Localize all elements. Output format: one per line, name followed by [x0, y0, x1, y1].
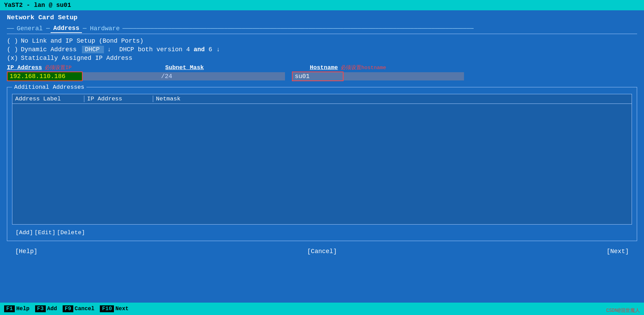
ip-red-label: 必须设置IP	[45, 64, 72, 71]
hostname-input[interactable]	[292, 72, 344, 81]
subnet-prefix: /24	[158, 72, 175, 80]
f1-label: Help	[16, 306, 29, 312]
hostname-full-input[interactable]	[344, 72, 464, 80]
dhcp-value: DHCP both version 4 and 6	[119, 46, 212, 53]
fkey-f10: F10 Next	[100, 305, 128, 312]
hostname-red-label: 必须设置hostname	[341, 64, 386, 71]
col-ip-address: IP Address	[84, 96, 153, 102]
edit-btn[interactable]: [Edit]	[34, 229, 56, 236]
subnet-mask-input[interactable]	[175, 72, 285, 80]
add-btn[interactable]: [Add]	[15, 229, 34, 236]
radio-static-state[interactable]: (x)	[7, 55, 18, 62]
tab-hardware[interactable]: Hardware	[87, 24, 122, 33]
radio-no-link-state[interactable]: ( )	[7, 37, 18, 44]
page-title: Network Card Setup	[7, 14, 637, 21]
delete-btn[interactable]: [Delete]	[56, 229, 86, 236]
table-actions: [Add] [Edit] [Delete]	[12, 228, 632, 237]
address-table-header: Address Label IP Address Netmask	[12, 94, 632, 104]
address-table-body	[12, 104, 632, 221]
help-button[interactable]: [Help]	[14, 247, 39, 256]
radio-static: (x) Statically Assigned IP Address	[7, 55, 637, 62]
col-netmask: Netmask	[153, 96, 222, 102]
ip-address-input[interactable]	[7, 72, 83, 81]
col-address-label: Address Label	[15, 96, 84, 102]
ip-labels-row: IP Address 必须设置IP Subnet Mask Hostname 必…	[7, 64, 637, 71]
radio-dynamic-state[interactable]: ( )	[7, 46, 18, 53]
next-button[interactable]: [Next]	[605, 247, 630, 256]
ip-label-col: IP Address 必须设置IP	[7, 64, 165, 71]
content-area: Network Card Setup ── General ─ Address …	[0, 10, 644, 315]
hostname-label: Hostname	[310, 64, 338, 71]
fkey-f3: F3 Add	[35, 305, 57, 312]
ip-section: IP Address 必须设置IP Subnet Mask Hostname 必…	[7, 64, 637, 81]
f9-label: Cancel	[75, 306, 95, 312]
additional-addresses-fieldset: Additional Addresses Address Label IP Ad…	[7, 84, 637, 241]
f3-label: Add	[47, 306, 57, 312]
tab-sep-1: ─	[45, 25, 51, 32]
ip-fields-row: /24	[7, 72, 637, 81]
fkey-f1: F1 Help	[4, 305, 30, 312]
fkey-f9: F9 Cancel	[63, 305, 95, 312]
title-bar: YaST2 - lan @ su01	[0, 0, 644, 10]
tab-general[interactable]: General	[14, 24, 45, 33]
dhcp-arrow: ↓	[107, 46, 111, 53]
tab-sep-2: ─	[82, 25, 87, 32]
watermark: CSDN@混世魔人	[606, 307, 640, 314]
radio-no-link: ( ) No Link and IP Setup (Bond Ports)	[7, 37, 637, 44]
title-bar-text: YaST2 - lan @ su01	[4, 2, 71, 9]
dhcp-value-arrow: ↓	[217, 46, 220, 53]
radio-dynamic: ( ) Dynamic Address DHCP ↓ DHCP both ver…	[7, 46, 637, 53]
tabs-row: ── General ─ Address ─ Hardware ────────…	[7, 24, 637, 34]
f3-badge: F3	[35, 305, 46, 312]
ip-address-label: IP Address	[7, 64, 42, 71]
radio-static-label: Statically Assigned IP Address	[21, 55, 132, 62]
cancel-button[interactable]: [Cancel]	[306, 247, 338, 256]
radio-dynamic-label: Dynamic Address	[21, 46, 76, 53]
f1-badge: F1	[4, 305, 15, 312]
additional-addresses-legend: Additional Addresses	[12, 84, 86, 90]
f10-badge: F10	[100, 305, 114, 312]
tab-address[interactable]: Address	[51, 24, 82, 33]
radio-section: ( ) No Link and IP Setup (Bond Ports) ( …	[7, 37, 637, 62]
status-bar: F1 Help F3 Add F9 Cancel F10 Next CSDN@混…	[0, 303, 644, 315]
address-table: Address Label IP Address Netmask	[12, 94, 632, 225]
f9-badge: F9	[63, 305, 73, 312]
subnet-label-col: Subnet Mask	[165, 64, 303, 71]
subnet-mask-label: Subnet Mask	[165, 64, 303, 71]
dhcp-dropdown[interactable]: DHCP	[82, 46, 104, 53]
ip-suffix-input[interactable]	[83, 72, 158, 80]
radio-no-link-label: No Link and IP Setup (Bond Ports)	[21, 37, 143, 44]
hostname-label-col: Hostname 必须设置hostname	[310, 64, 386, 71]
f10-label: Next	[115, 306, 128, 312]
bottom-bar: [Help] [Cancel] [Next]	[7, 245, 637, 258]
